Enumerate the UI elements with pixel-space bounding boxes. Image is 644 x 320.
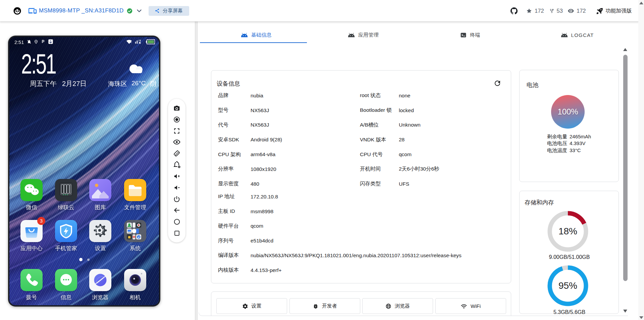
tab-basic-info[interactable]: 基础信息 <box>200 27 307 43</box>
fork-count[interactable]: 53 <box>557 8 563 14</box>
home-button[interactable] <box>173 218 181 226</box>
app-phone-manager[interactable]: 手机管家 <box>49 220 84 252</box>
scroll-down-arrow[interactable] <box>623 310 627 313</box>
share-screen-button[interactable]: 分享屏幕 <box>149 6 189 16</box>
device-info-row: 硬件平台 qcom <box>218 221 505 235</box>
info-value: 1080x1920 <box>251 166 360 172</box>
storage-card: 存储和内存 18% 9.00GB/51.00GB 95% 5.3GB/5.6GB <box>519 191 619 314</box>
battery-stat-label: 电池温度 <box>547 147 567 154</box>
info-label: CPU 架构 <box>218 151 251 158</box>
rotate-screen-button[interactable] <box>173 149 181 157</box>
scroll-up-arrow[interactable] <box>623 48 627 51</box>
memory-donut: 95% <box>547 265 589 307</box>
pro-version-link[interactable]: 功能加强版 <box>606 7 632 14</box>
battery-title: 电池 <box>527 81 538 89</box>
info-label: root 状态 <box>360 92 399 99</box>
device-info-row: 品牌 nubia root 状态 none <box>218 88 505 103</box>
notification-settings-button[interactable] <box>173 161 181 169</box>
info-label: 序列号 <box>218 237 251 244</box>
window-scrollbar[interactable] <box>638 0 644 320</box>
tab-terminal[interactable]: 终端 <box>414 27 521 43</box>
app-browser[interactable]: 浏览器 <box>83 269 118 301</box>
device-selector[interactable]: MSM8998-MTP _SN:A31F8D1D <box>39 7 124 14</box>
info-label: 分辨率 <box>218 166 251 173</box>
open-developer-button[interactable]: 开发者 <box>289 298 360 314</box>
nfc-p-icon: P <box>41 39 46 46</box>
app-appcenter[interactable]: 3 应用中心 <box>14 220 49 252</box>
power-button[interactable] <box>173 195 181 203</box>
window-scroll-up-arrow[interactable] <box>639 2 643 4</box>
battery-stat-value: 4.393V <box>570 140 586 147</box>
android-icon <box>241 33 248 37</box>
device-info-row: 分辨率 1080x1920 开机时间 2天6小时30分6秒 <box>218 162 505 177</box>
storage-title: 存储和内存 <box>525 198 554 207</box>
info-value: msm8998 <box>251 209 505 215</box>
device-info-row: 显示密度 480 闪存类型 UFS <box>218 177 505 191</box>
record-button[interactable] <box>173 116 181 124</box>
back-button[interactable] <box>173 206 181 214</box>
tab-logcat[interactable]: LOGCAT <box>521 27 628 43</box>
app-ugreen-cloud[interactable]: 绿联云 <box>49 179 84 211</box>
wifi-icon <box>126 39 132 46</box>
app-system-folder[interactable]: S 系统 <box>118 220 153 252</box>
star-count[interactable]: 172 <box>535 8 544 14</box>
app-messages[interactable]: 信息 <box>49 269 84 301</box>
app-logo[interactable] <box>13 7 21 15</box>
memory-percent: 95% <box>547 280 589 291</box>
active-tab-indicator <box>200 42 307 43</box>
device-info-row: 编译版本 nubia/NX563J/NX563J:9/PKQ1.181021.0… <box>218 250 505 265</box>
app-dialer[interactable]: 拨号 <box>14 269 49 301</box>
terminal-icon <box>460 32 467 38</box>
scrollbar-thumb[interactable] <box>623 55 628 281</box>
recents-button[interactable] <box>173 229 181 237</box>
battery-gauge: 100% <box>551 95 585 129</box>
app-window: 2:51 P 2:51 周五下午 <box>0 0 644 320</box>
app-camera[interactable]: 相机 <box>118 269 153 301</box>
tab-app-manager[interactable]: 应用管理 <box>307 27 414 43</box>
info-label: CPU 代号 <box>360 151 399 158</box>
battery-stat-value: 2465mAh <box>570 133 591 140</box>
page-dot-active <box>79 258 83 261</box>
panel-divider <box>195 21 198 320</box>
info-value: 172.20.10.8 <box>251 194 505 200</box>
info-value: Android 9(28) <box>251 137 360 143</box>
battery-card: 电池 100% 剩余电量2465mAh 电池电压4.393V 电池温度33°C <box>519 70 619 182</box>
chevron-down-icon[interactable] <box>137 9 142 12</box>
app-wechat[interactable]: 微信 <box>14 179 49 211</box>
volume-down-button[interactable] <box>173 184 181 192</box>
page-dot <box>87 259 90 261</box>
open-wifi-button[interactable]: WiFi <box>435 298 506 314</box>
device-info-row: 代号 NX563J A/B槽位 Unknown <box>218 118 505 133</box>
info-value: qcom <box>251 223 505 229</box>
phone-panel: 2:51 P 2:51 周五下午 <box>0 21 195 320</box>
app-gallery[interactable]: 图库 <box>83 179 118 211</box>
screenshot-button[interactable] <box>173 104 181 112</box>
github-icon[interactable] <box>511 7 518 14</box>
info-label: Bootloader 锁 <box>360 107 399 114</box>
fullscreen-button[interactable] <box>173 127 181 135</box>
open-settings-button[interactable]: 设置 <box>216 298 287 314</box>
app-settings[interactable]: 设置 <box>83 220 118 252</box>
info-label: 开机时间 <box>360 166 399 173</box>
watch-count[interactable]: 172 <box>577 8 586 14</box>
content-scrollbar[interactable] <box>623 43 628 316</box>
battery-stat-label: 剩余电量 <box>547 133 567 140</box>
info-label: 主板 ID <box>218 208 251 215</box>
device-info-card: 设备信息 品牌 nubia root 状态 none 型号 NX563J <box>211 70 511 283</box>
info-label: 硬件平台 <box>218 223 251 230</box>
tab-bar: 基础信息 应用管理 终端 LOGCAT <box>200 27 628 43</box>
phone-screen[interactable]: 2:51 P 2:51 周五下午 <box>9 37 159 305</box>
open-browser-button[interactable]: 浏览器 <box>362 298 433 314</box>
info-label: 编译版本 <box>218 252 251 259</box>
device-info-row: 主板 ID msm8998 <box>218 206 505 221</box>
battery-icon <box>146 39 155 46</box>
phone-status-bar: 2:51 P <box>9 37 159 47</box>
svg-text:S: S <box>133 236 135 238</box>
info-value: qcom <box>399 151 505 157</box>
volume-up-button[interactable] <box>173 172 181 180</box>
app-files[interactable]: 文件管理 <box>118 179 153 211</box>
device-toolbar <box>168 99 185 242</box>
visibility-button[interactable] <box>173 138 181 146</box>
info-value: arm64-v8a <box>251 151 360 157</box>
window-scroll-down-arrow[interactable] <box>639 316 643 319</box>
